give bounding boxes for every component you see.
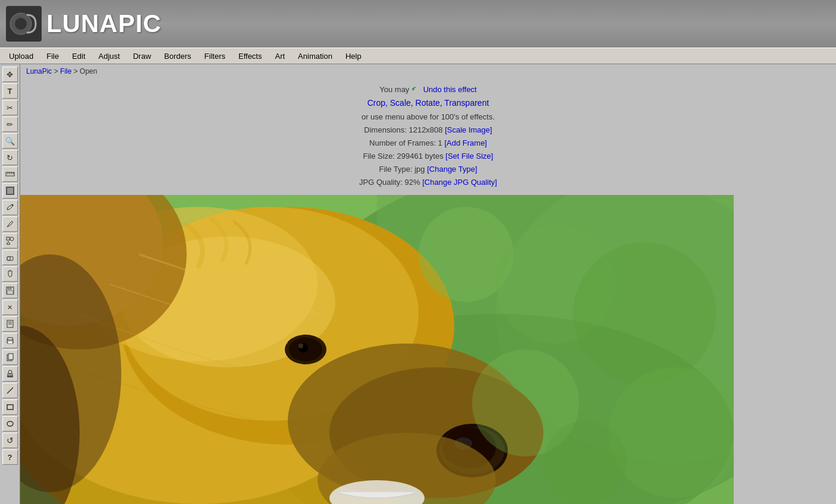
breadcrumb-file[interactable]: File [60, 67, 71, 75]
tool-undo[interactable]: ↺ [2, 433, 18, 448]
svg-point-1 [15, 18, 27, 30]
tool-zoom[interactable]: 🔍 [2, 133, 18, 149]
filesize-line: File Size: 299461 bytes [Set File Size] [20, 150, 836, 163]
set-filesize-link[interactable]: [Set File Size] [445, 152, 493, 160]
tool-rotate[interactable]: ↻ [2, 150, 18, 165]
info-panel: You may Undo this effect Crop, Scale, Ro… [20, 78, 836, 195]
tool-pencil[interactable]: ✏ [2, 116, 18, 132]
main-layout: ✥ T ✂ ✏ 🔍 ↻ ✕ [0, 64, 836, 504]
svg-point-32 [7, 421, 13, 426]
change-type-link[interactable]: [Change Type] [427, 165, 477, 174]
undo-line: You may Undo this effect [20, 83, 836, 96]
svg-line-30 [7, 388, 13, 393]
crop-link[interactable]: Crop, Scale, Rotate, Transparent [367, 98, 489, 108]
tool-circle[interactable] [2, 416, 18, 431]
header: LUNAPIC [0, 0, 836, 48]
menu-file[interactable]: File [40, 49, 65, 63]
breadcrumb-open: Open [80, 67, 97, 75]
logo-icon [6, 6, 42, 42]
svg-rect-8 [7, 188, 13, 194]
svg-rect-26 [8, 354, 13, 360]
svg-marker-33 [412, 89, 414, 91]
menu-draw[interactable]: Draw [127, 49, 158, 63]
tool-help[interactable]: ? [2, 449, 18, 465]
tool-brush[interactable] [2, 216, 18, 232]
crop-line: Crop, Scale, Rotate, Transparent [20, 96, 836, 111]
logo-area: LUNAPIC [6, 6, 162, 42]
svg-point-54 [298, 344, 303, 348]
svg-rect-31 [7, 405, 13, 410]
add-frame-link[interactable]: [Add Frame] [444, 138, 487, 147]
tool-bucket[interactable] [2, 266, 18, 282]
tool-fill[interactable] [2, 183, 18, 199]
tool-copy[interactable] [2, 349, 18, 365]
filetype-label: File Type: jpg [379, 165, 427, 174]
tool-stamp[interactable] [2, 366, 18, 382]
menu-borders[interactable]: Borders [158, 49, 198, 63]
left-toolbar: ✥ T ✂ ✏ 🔍 ↻ ✕ [0, 64, 20, 504]
frames-label: Number of Frames: 1 [369, 138, 444, 147]
undo-prefix: You may [379, 85, 411, 94]
svg-rect-28 [7, 376, 13, 377]
scale-image-link[interactable]: [Scale Image] [445, 125, 492, 134]
menu-upload[interactable]: Upload [2, 49, 40, 63]
dog-image [20, 195, 734, 504]
svg-point-61 [573, 242, 716, 385]
menu-animation[interactable]: Animation [291, 49, 339, 63]
frames-line: Number of Frames: 1 [Add Frame] [20, 137, 836, 150]
undo-link[interactable]: Undo this effect [423, 85, 477, 94]
tool-scissors[interactable]: ✂ [2, 100, 18, 115]
breadcrumb: LunaPic > File > Open [20, 64, 836, 78]
svg-point-11 [10, 237, 14, 241]
menu-help[interactable]: Help [339, 49, 368, 63]
svg-point-63 [609, 367, 734, 498]
tool-text[interactable]: T [2, 83, 18, 99]
svg-rect-10 [7, 237, 10, 240]
svg-rect-18 [7, 291, 13, 294]
use-menu-text: or use menu above for 100's of effects. [20, 111, 836, 124]
menu-edit[interactable]: Edit [65, 49, 92, 63]
dimensions-label: Dimensions: 1212x808 [364, 125, 445, 134]
logo-text: LUNAPIC [42, 10, 162, 38]
menu-filters[interactable]: Filters [198, 49, 232, 63]
tool-shapes[interactable] [2, 233, 18, 248]
svg-rect-14 [7, 257, 10, 260]
menubar: Upload File Edit Adjust Draw Borders Fil… [0, 48, 836, 64]
quality-line: JPG Quality: 92% [Change JPG Quality] [20, 176, 836, 189]
dimensions-line: Dimensions: 1212x808 [Scale Image] [20, 124, 836, 137]
svg-point-9 [11, 204, 13, 206]
tool-print[interactable] [2, 333, 18, 348]
undo-icon [411, 86, 420, 94]
breadcrumb-lunapic[interactable]: LunaPic [26, 67, 52, 75]
tool-ruler[interactable] [2, 166, 18, 182]
change-quality-link[interactable]: [Change JPG Quality] [422, 178, 497, 187]
tool-eraser[interactable] [2, 250, 18, 265]
tool-close[interactable]: ✕ [2, 300, 18, 315]
quality-label: JPG Quality: 92% [359, 178, 422, 187]
tool-line[interactable] [2, 383, 18, 398]
tool-dropper[interactable] [2, 200, 18, 215]
filesize-label: File Size: 299461 bytes [363, 152, 446, 160]
menu-art[interactable]: Art [268, 49, 291, 63]
tool-save[interactable] [2, 283, 18, 298]
filetype-line: File Type: jpg [Change Type] [20, 163, 836, 176]
tool-new[interactable] [2, 316, 18, 332]
menu-effects[interactable]: Effects [232, 49, 269, 63]
svg-point-29 [8, 370, 12, 374]
image-area [20, 195, 836, 504]
tool-move[interactable]: ✥ [2, 67, 18, 82]
svg-marker-12 [7, 241, 10, 244]
svg-rect-23 [8, 338, 12, 340]
svg-rect-24 [8, 341, 12, 344]
svg-rect-17 [8, 287, 11, 289]
svg-point-64 [543, 421, 627, 504]
content-area: LunaPic > File > Open You may Undo this … [20, 64, 836, 504]
menu-adjust[interactable]: Adjust [92, 49, 127, 63]
tool-rectangle[interactable] [2, 399, 18, 415]
